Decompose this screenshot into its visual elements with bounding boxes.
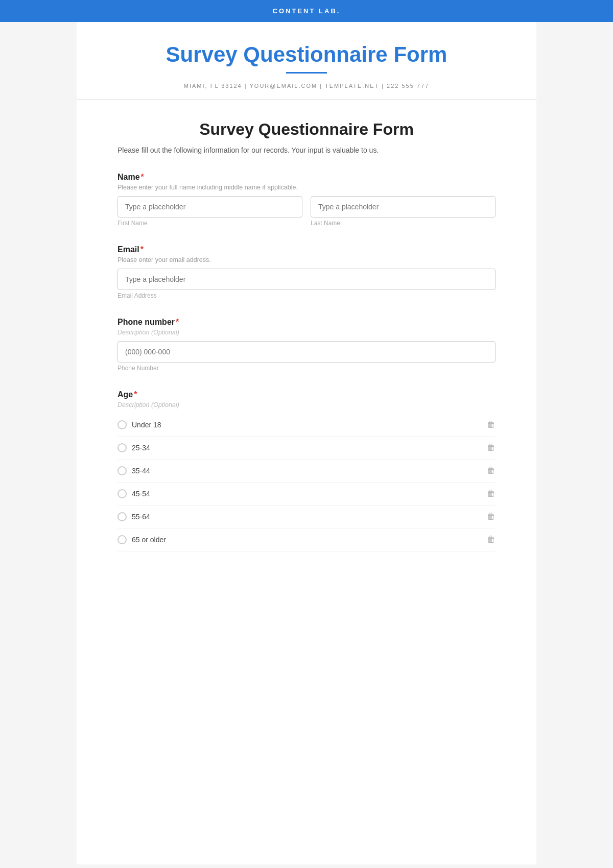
phone-hint: Description (Optional) — [117, 329, 496, 336]
radio-label-under18: Under 18 — [132, 421, 161, 429]
radio-circle-45-54[interactable] — [117, 489, 127, 498]
delete-icon-45-54[interactable]: 🗑 — [487, 489, 496, 499]
radio-left-65older: 65 or older — [117, 535, 166, 544]
form-body: Survey Questionnaire Form Please fill ou… — [77, 100, 536, 590]
title-underline — [286, 72, 327, 74]
header-section: Survey Questionnaire Form MIAMI, FL 3312… — [77, 22, 536, 100]
top-bar-label: CONTENT LAB. — [273, 7, 341, 15]
delete-icon-55-64[interactable]: 🗑 — [487, 512, 496, 522]
contact-info: MIAMI, FL 33124 | YOUR@EMAIL.COM | TEMPL… — [107, 83, 506, 89]
radio-left-55-64: 55-64 — [117, 512, 150, 521]
phone-label: Phone number* — [117, 318, 496, 327]
radio-item[interactable]: Under 18 🗑 — [117, 414, 496, 437]
radio-label-35-44: 35-44 — [132, 467, 150, 475]
header-title: Survey Questionnaire Form — [107, 42, 506, 67]
radio-label-65older: 65 or older — [132, 536, 166, 544]
email-input[interactable] — [117, 269, 496, 290]
age-radio-list: Under 18 🗑 25-34 🗑 35-44 🗑 45-54 🗑 — [117, 414, 496, 551]
radio-item[interactable]: 35-44 🗑 — [117, 460, 496, 483]
age-label: Age* — [117, 390, 496, 399]
radio-circle-65older[interactable] — [117, 535, 127, 544]
email-input-wrapper: Email Address — [117, 269, 496, 299]
name-field-section: Name* Please enter your full name includ… — [117, 173, 496, 227]
email-label: Email* — [117, 245, 496, 254]
radio-item[interactable]: 25-34 🗑 — [117, 437, 496, 460]
radio-label-55-64: 55-64 — [132, 513, 150, 521]
name-input-row: First Name Last Name — [117, 196, 496, 227]
radio-left-25-34: 25-34 — [117, 443, 150, 452]
delete-icon-65older[interactable]: 🗑 — [487, 535, 496, 545]
radio-left-45-54: 45-54 — [117, 489, 150, 498]
phone-input-wrapper: Phone Number — [117, 341, 496, 372]
phone-sublabel: Phone Number — [117, 365, 496, 372]
phone-field-section: Phone number* Description (Optional) Pho… — [117, 318, 496, 372]
email-sublabel: Email Address — [117, 292, 496, 299]
phone-input[interactable] — [117, 341, 496, 363]
radio-label-45-54: 45-54 — [132, 490, 150, 498]
radio-circle-55-64[interactable] — [117, 512, 127, 521]
last-name-wrapper: Last Name — [311, 196, 496, 227]
first-name-wrapper: First Name — [117, 196, 302, 227]
delete-icon-under18[interactable]: 🗑 — [487, 420, 496, 430]
radio-left-under18: Under 18 — [117, 420, 161, 429]
radio-left-35-44: 35-44 — [117, 466, 150, 475]
last-name-sublabel: Last Name — [311, 220, 496, 227]
radio-item[interactable]: 45-54 🗑 — [117, 483, 496, 505]
form-description: Please fill out the following informatio… — [117, 146, 496, 154]
radio-item[interactable]: 65 or older 🗑 — [117, 528, 496, 551]
delete-icon-25-34[interactable]: 🗑 — [487, 443, 496, 453]
top-bar: CONTENT LAB. — [0, 0, 613, 22]
email-hint: Please enter your email address. — [117, 256, 496, 263]
name-hint: Please enter your full name including mi… — [117, 184, 496, 191]
age-hint: Description (Optional) — [117, 401, 496, 408]
first-name-sublabel: First Name — [117, 220, 302, 227]
email-field-section: Email* Please enter your email address. … — [117, 245, 496, 299]
age-field-section: Age* Description (Optional) Under 18 🗑 2… — [117, 390, 496, 551]
radio-circle-35-44[interactable] — [117, 466, 127, 475]
name-label: Name* — [117, 173, 496, 182]
first-name-input[interactable] — [117, 196, 302, 218]
radio-item[interactable]: 55-64 🗑 — [117, 505, 496, 528]
radio-circle-25-34[interactable] — [117, 443, 127, 452]
radio-circle-under18[interactable] — [117, 420, 127, 429]
page-wrapper: Survey Questionnaire Form MIAMI, FL 3312… — [77, 22, 536, 864]
radio-label-25-34: 25-34 — [132, 444, 150, 452]
last-name-input[interactable] — [311, 196, 496, 218]
delete-icon-35-44[interactable]: 🗑 — [487, 466, 496, 476]
form-subtitle: Survey Questionnaire Form — [117, 120, 496, 139]
